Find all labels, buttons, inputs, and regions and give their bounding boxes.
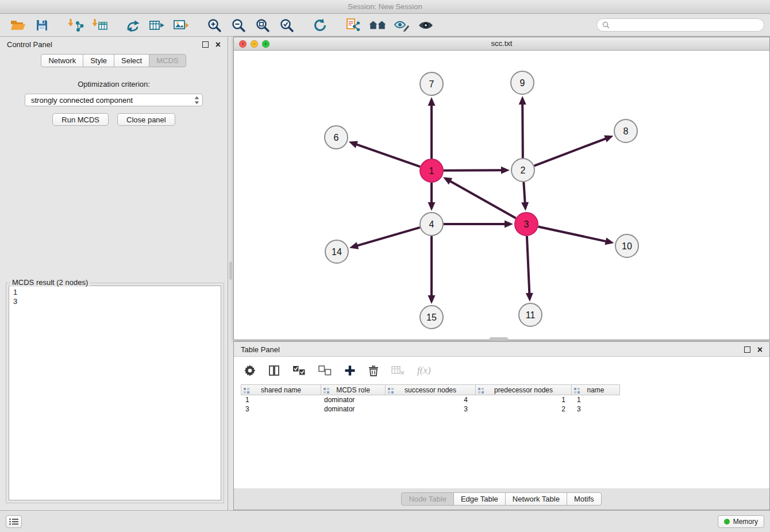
criterion-select[interactable]: strongly connected component <box>25 94 203 106</box>
graph-edge-3-11[interactable] <box>527 236 529 294</box>
tab-network[interactable]: Network <box>41 54 83 67</box>
import-network-button[interactable] <box>63 16 87 35</box>
save-session-button[interactable] <box>30 16 54 35</box>
network-arrows-icon <box>125 18 140 32</box>
close-window-button[interactable]: × <box>239 40 247 48</box>
status-bar: Memory <box>0 510 770 532</box>
table-panel-title: Table Panel <box>241 345 280 354</box>
graph-edge-3-10[interactable] <box>538 226 607 241</box>
table-cell[interactable]: dominator <box>321 404 385 414</box>
sort-icon <box>574 387 580 395</box>
network-canvas[interactable]: 7968124314101511 <box>234 51 769 340</box>
houses-icon <box>369 19 386 32</box>
graph-node-label: 1 <box>429 166 434 176</box>
mcds-result-list[interactable]: 13 <box>9 286 221 500</box>
table-cell[interactable]: 1 <box>571 395 619 404</box>
table-cell[interactable]: dominator <box>321 395 385 404</box>
graph-edge-1-2[interactable] <box>444 170 502 171</box>
open-session-button[interactable] <box>6 16 30 35</box>
graph-edge-4-14[interactable] <box>357 228 420 246</box>
show-graphics-button[interactable] <box>414 16 438 35</box>
neighbors-button[interactable] <box>365 16 390 35</box>
graph-edge-arrowhead <box>604 135 613 142</box>
select-all-button[interactable] <box>292 365 306 376</box>
eye-icon <box>418 20 434 31</box>
close-panel-button[interactable]: Close panel <box>117 113 175 126</box>
export-image-button[interactable] <box>169 16 193 35</box>
app-titlebar: Session: New Session <box>0 0 770 14</box>
trash-icon <box>368 365 379 376</box>
memory-button[interactable]: Memory <box>718 515 764 528</box>
refresh-layout-button[interactable] <box>308 16 332 35</box>
column-header-predecessor-nodes[interactable]: predecessor nodes <box>475 384 572 395</box>
graph-edge-2-9[interactable] <box>522 103 523 158</box>
table-cell[interactable]: 4 <box>385 395 475 404</box>
tab-edge-table[interactable]: Edge Table <box>453 492 506 506</box>
graph-edge-3-1[interactable] <box>449 181 515 218</box>
run-mcds-button[interactable]: Run MCDS <box>52 113 109 126</box>
panel-splitter-handle-vertical[interactable] <box>229 261 232 280</box>
delete-table-button-disabled[interactable] <box>391 366 405 375</box>
zoom-in-button[interactable] <box>202 16 226 35</box>
zoom-out-button[interactable] <box>226 16 251 35</box>
table-content: f(x) shared name MCDS role successor nod… <box>234 356 769 488</box>
panel-splitter-handle-horizontal[interactable] <box>490 337 508 340</box>
table-settings-button[interactable] <box>244 365 256 376</box>
export-image-icon <box>173 18 189 32</box>
table-header-row: shared name MCDS role successor nodes pr… <box>234 384 769 395</box>
zoom-window-button[interactable]: + <box>262 40 270 48</box>
table-row[interactable]: 3dominator323 <box>234 404 769 414</box>
minimize-window-button[interactable]: − <box>251 40 258 48</box>
new-network-button[interactable] <box>121 16 145 35</box>
import-table-button[interactable] <box>87 16 111 35</box>
column-header-shared-name[interactable]: shared name <box>241 384 321 395</box>
zoom-selected-button[interactable] <box>275 16 299 35</box>
tab-mcds[interactable]: MCDS <box>149 54 186 67</box>
table-cell[interactable]: 2 <box>475 404 571 414</box>
zoom-out-icon <box>231 18 246 33</box>
tab-select[interactable]: Select <box>114 54 149 67</box>
tab-motifs[interactable]: Motifs <box>567 492 602 506</box>
graph-edge-2-8[interactable] <box>534 138 607 166</box>
tab-style[interactable]: Style <box>83 54 114 67</box>
graph-node-label: 2 <box>521 165 526 175</box>
close-panel-icon[interactable]: × <box>215 41 221 48</box>
annotation-button[interactable] <box>390 16 414 35</box>
delete-table-icon <box>391 366 405 375</box>
close-table-panel-icon[interactable]: × <box>757 346 763 353</box>
deselect-all-button[interactable] <box>318 365 332 376</box>
column-header-name[interactable]: name <box>571 384 620 395</box>
add-column-button[interactable] <box>344 365 356 376</box>
task-history-button[interactable] <box>6 515 22 528</box>
float-panel-icon[interactable] <box>202 41 209 48</box>
table-tabs-bar: Node Table Edge Table Network Table Moti… <box>234 488 769 510</box>
dropdown-stepper-icon <box>194 96 199 105</box>
tab-network-table[interactable]: Network Table <box>505 492 567 506</box>
search-input[interactable] <box>613 21 759 29</box>
clone-network-button[interactable] <box>145 16 169 35</box>
show-columns-button[interactable] <box>268 365 280 376</box>
graph-node-label: 11 <box>526 310 536 320</box>
float-table-panel-icon[interactable] <box>744 346 750 353</box>
graph-edge-1-6[interactable] <box>356 144 420 167</box>
table-row[interactable]: 1dominator411 <box>234 395 769 404</box>
network-graph[interactable]: 7968124314101511 <box>234 51 769 340</box>
delete-column-button[interactable] <box>368 365 379 376</box>
share-document-button[interactable] <box>341 16 365 35</box>
column-header-successor-nodes[interactable]: successor nodes <box>385 384 476 395</box>
table-cell[interactable]: 3 <box>241 404 321 414</box>
column-header-mcds-role[interactable]: MCDS role <box>321 384 386 395</box>
network-window-titlebar[interactable]: × − + scc.txt <box>234 37 769 51</box>
network-view-window: × − + scc.txt 7968124314101511 <box>233 37 770 340</box>
table-cell[interactable]: 3 <box>571 404 619 414</box>
control-panel-header: Control Panel × <box>0 37 228 52</box>
table-cell[interactable]: 1 <box>241 395 321 404</box>
graph-edge-2-3[interactable] <box>523 182 525 203</box>
tab-node-table[interactable]: Node Table <box>401 492 454 506</box>
function-builder-button-disabled[interactable]: f(x) <box>417 365 431 376</box>
table-cell[interactable]: 1 <box>475 395 571 404</box>
search-field[interactable] <box>596 18 764 32</box>
graph-node-label: 3 <box>524 219 529 229</box>
zoom-fit-button[interactable] <box>251 16 275 35</box>
table-cell[interactable]: 3 <box>385 404 475 414</box>
